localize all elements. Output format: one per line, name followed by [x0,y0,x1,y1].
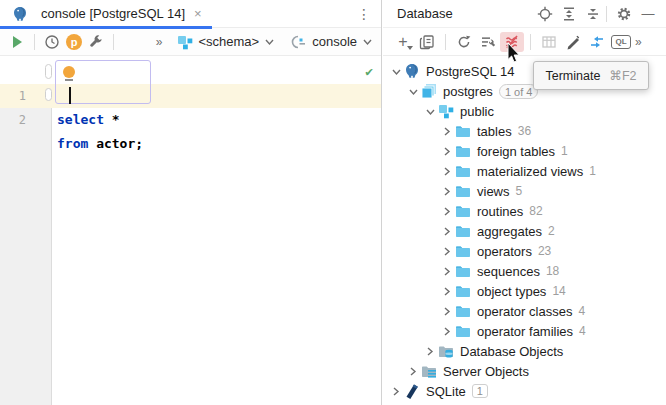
toolbar-separator [113,34,114,50]
chevron-right-icon[interactable] [440,163,455,179]
database-objects-folder-icon [438,343,454,359]
run-button[interactable] [6,32,28,52]
folder-icon [455,163,471,179]
tree-item-sqlite[interactable]: SQLite 1 [383,381,666,401]
console-toolbar: p » <schema> console [0,28,381,56]
new-item-button[interactable]: + [391,32,415,52]
chevron-down-icon[interactable] [406,83,421,99]
chevron-right-icon[interactable] [440,303,455,319]
gear-icon [616,6,632,22]
gutter-marker[interactable] [45,88,52,101]
chevron-right-icon[interactable] [440,243,455,259]
wrench-icon [88,34,104,50]
tree-item-routines[interactable]: routines 82 [383,201,666,221]
tree-item-public[interactable]: public [383,101,666,121]
more-actions-icon[interactable]: » [635,35,641,49]
ide-window: console [PostgreSQL 14] × ⋮ p » <schema> [0,0,666,405]
text-caret [69,87,71,104]
schema-selector-label: <schema> [198,34,259,49]
schema-icon [177,34,193,50]
chevron-right-icon[interactable] [440,203,455,219]
tree-item-operators[interactable]: operators 23 [383,241,666,261]
execution-history-button[interactable] [41,32,63,52]
item-count: 1 [589,164,596,178]
item-count: 4 [578,304,585,318]
chevron-right-icon[interactable] [423,343,438,359]
console-selector-label: console [312,34,357,49]
folder-icon [455,123,471,139]
locate-object-button[interactable] [535,4,555,24]
tab-close-icon[interactable]: × [194,6,202,21]
source-count-badge: 1 [472,384,488,398]
tree-item-operator-families[interactable]: operator families 4 [383,321,666,341]
duplicate-button[interactable] [415,32,439,52]
editor-tab-bar: console [PostgreSQL 14] × ⋮ [0,0,381,28]
chevron-right-icon[interactable] [440,143,455,159]
ql-icon: QL [611,35,630,49]
dropdown-caret-icon [407,46,413,50]
code-line: 1 select * [0,60,381,84]
open-table-button[interactable] [537,32,561,52]
expand-all-button[interactable] [559,4,579,24]
chevron-right-icon[interactable] [389,383,404,399]
tree-item-object-types[interactable]: object types 14 [383,281,666,301]
mouse-cursor [507,43,521,64]
tab-options-icon[interactable]: ⋮ [357,6,381,22]
folder-icon [455,303,471,319]
jump-arrows-icon [589,34,605,50]
panel-settings-button[interactable] [614,4,634,24]
panel-title: Database [397,6,531,21]
tree-item-materialized-views[interactable]: materialized views 1 [383,161,666,181]
intention-bulb-icon[interactable] [63,66,75,78]
tree-item-database-objects[interactable]: Database Objects [383,341,666,361]
parameters-button[interactable]: p [63,32,85,52]
tree-item-server-objects[interactable]: Server Objects [383,361,666,381]
item-count: 23 [538,244,551,258]
item-count: 4 [579,324,586,338]
chevron-right-icon[interactable] [440,323,455,339]
collapse-all-button[interactable] [583,4,603,24]
chevron-right-icon[interactable] [440,263,455,279]
chevron-right-icon[interactable] [440,123,455,139]
query-console-button[interactable]: QL [609,32,633,52]
chevron-down-icon[interactable] [423,103,438,119]
toolbar-separator [606,6,607,22]
tooltip-label: Terminate [546,69,601,83]
chevron-right-icon[interactable] [440,283,455,299]
chevron-right-icon[interactable] [440,183,455,199]
gutter-marker[interactable] [45,64,52,79]
chevron-down-icon[interactable] [389,63,404,79]
sql-editor[interactable]: 1 select * 2 from actor; ✔ [0,57,381,405]
folder-icon [455,283,471,299]
chevron-right-icon[interactable] [406,363,421,379]
tree-item-operator-classes[interactable]: operator classes 4 [383,301,666,321]
tab-console[interactable]: console [PostgreSQL 14] × [0,0,212,28]
tree-item-tables[interactable]: tables 36 [383,121,666,141]
console-session-icon [291,34,307,50]
refresh-icon [456,34,472,50]
chevron-down-icon [362,36,373,47]
database-header: Database — [383,0,666,28]
tree-item-aggregates[interactable]: aggregates 2 [383,221,666,241]
jump-to-console-button[interactable] [585,32,609,52]
inspection-ok-icon[interactable]: ✔ [365,64,373,79]
chevron-right-icon[interactable] [440,223,455,239]
more-actions-icon[interactable]: » [156,35,162,49]
item-count: 1 [561,144,568,158]
tree-item-views[interactable]: views 5 [383,181,666,201]
console-selector[interactable]: console [291,34,373,50]
tooltip-shortcut: ⌘F2 [609,68,636,83]
schema-selector[interactable]: <schema> [177,34,275,50]
refresh-button[interactable] [452,32,476,52]
server-objects-folder-icon [421,363,437,379]
tree-item-foreign-tables[interactable]: foreign tables 1 [383,141,666,161]
console-settings-button[interactable] [85,32,107,52]
item-count: 5 [516,184,523,198]
data-source-properties-button[interactable] [476,32,500,52]
sqlite-icon [404,383,420,399]
modify-button[interactable] [561,32,585,52]
hide-panel-button[interactable]: — [638,4,658,24]
line-number: 2 [0,108,26,132]
database-icon [421,83,437,99]
tree-item-sequences[interactable]: sequences 18 [383,261,666,281]
